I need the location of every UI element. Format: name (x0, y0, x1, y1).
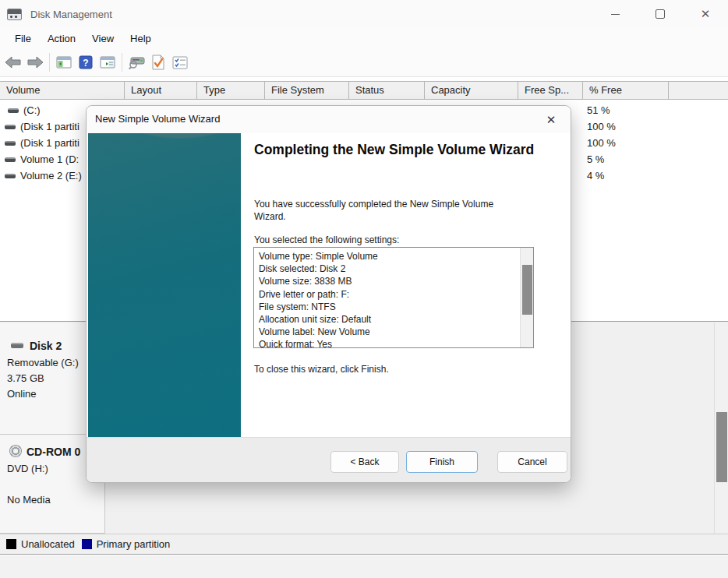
disk-device-icon[interactable] (125, 51, 147, 73)
column-header-free-space[interactable]: Free Sp... (518, 82, 583, 99)
menu-bar: File Action View Help (0, 28, 728, 48)
column-header-type[interactable]: Type (197, 82, 265, 99)
settings-scrollbar-thumb[interactable] (522, 265, 532, 315)
volume-name: Volume 1 (D: (20, 153, 79, 165)
legend-label: Unallocated (21, 538, 75, 550)
primary-partition-swatch (82, 539, 92, 549)
vertical-scrollbar[interactable] (714, 322, 728, 534)
cdrom-type: DVD (H:) (7, 463, 48, 474)
wizard-settings-label: You selected the following settings: (254, 234, 527, 246)
setting-item: Volume type: Simple Volume (259, 250, 518, 263)
volume-icon (5, 157, 16, 162)
finish-button[interactable]: Finish (406, 451, 478, 473)
column-header-pct-free[interactable]: % Free (583, 82, 669, 99)
volume-name: Volume 2 (E:) (20, 170, 82, 182)
toolbar-separator (122, 53, 122, 72)
menu-action[interactable]: Action (40, 30, 83, 47)
wizard-finish-note: To close this wizard, click Finish. (254, 364, 389, 375)
volume-pct-free: 100 % (587, 121, 616, 132)
volume-name: (Disk 1 partiti (20, 121, 80, 132)
volume-name: (Disk 1 partiti (20, 137, 80, 149)
dialog-title-bar: New Simple Volume Wizard ✕ (87, 106, 571, 133)
show-console-tree-icon[interactable] (53, 51, 75, 73)
cd-rom-icon (9, 445, 22, 457)
setting-item: Volume size: 3838 MB (259, 275, 518, 287)
settings-scrollbar[interactable] (520, 248, 533, 347)
disk-management-window: Disk Management ✕ File Action View Help … (0, 0, 728, 578)
minimize-icon[interactable] (592, 0, 638, 28)
volume-icon (5, 125, 16, 129)
volume-icon (8, 108, 19, 113)
toolbar-separator (49, 53, 50, 72)
disk-type: Removable (G:) (7, 357, 79, 368)
window-title: Disk Management (30, 9, 112, 20)
check-document-icon[interactable] (147, 51, 169, 73)
legend-bar: Unallocated Primary partition (0, 534, 728, 555)
volume-pct-free: 5 % (587, 153, 604, 165)
volume-pct-free: 51 % (587, 104, 610, 116)
setting-item: Disk selected: Disk 2 (259, 263, 518, 275)
back-icon[interactable] (2, 51, 24, 73)
show-action-pane-icon[interactable] (97, 51, 118, 73)
status-bar (0, 555, 728, 578)
forward-icon[interactable] (24, 51, 46, 73)
checklist-icon[interactable] (169, 51, 191, 73)
column-header-file-system[interactable]: File System (265, 82, 349, 99)
setting-item: File system: NTFS (259, 301, 518, 313)
disk-status: Online (7, 388, 37, 400)
settings-summary-box[interactable]: Volume type: Simple Volume Disk selected… (253, 247, 534, 348)
column-header-volume[interactable]: Volume (0, 82, 125, 99)
column-header-layout[interactable]: Layout (125, 82, 197, 99)
setting-item: Drive letter or path: F: (259, 288, 518, 301)
window-controls: ✕ (592, 0, 728, 28)
wizard-banner-image (88, 133, 241, 439)
cdrom-media-status: No Media (7, 494, 51, 506)
volume-pct-free: 100 % (587, 137, 616, 149)
dialog-close-icon[interactable]: ✕ (541, 110, 561, 130)
column-header-status[interactable]: Status (349, 82, 425, 99)
column-header-capacity[interactable]: Capacity (425, 82, 518, 99)
new-simple-volume-wizard-dialog: New Simple Volume Wizard ✕ Completing th… (86, 105, 571, 483)
svg-text:?: ? (83, 58, 88, 69)
wizard-heading: Completing the New Simple Volume Wizard (254, 140, 544, 159)
menu-view[interactable]: View (84, 30, 122, 47)
close-icon[interactable]: ✕ (683, 0, 728, 28)
toolbar: ? (0, 48, 728, 77)
setting-item: Volume label: New Volume (259, 326, 518, 338)
dialog-footer: < Back Finish Cancel (87, 437, 571, 482)
volume-icon (5, 174, 16, 178)
setting-item: Allocation unit size: Default (259, 313, 518, 326)
maximize-icon[interactable] (638, 0, 683, 28)
disk-icon (11, 343, 23, 348)
volume-name: (C:) (23, 104, 41, 116)
wizard-body-text: You have successfully completed the New … (254, 198, 527, 223)
volume-pct-free: 4 % (587, 170, 604, 182)
disk-name: Disk 2 (30, 340, 62, 352)
menu-file[interactable]: File (7, 30, 39, 47)
scrollbar-thumb[interactable] (716, 412, 727, 482)
back-button[interactable]: < Back (330, 451, 399, 473)
title-bar: Disk Management ✕ (0, 0, 728, 28)
volume-icon (5, 141, 16, 146)
menu-help[interactable]: Help (122, 30, 159, 47)
app-icon (7, 9, 22, 20)
setting-item: Quick format: Yes (259, 338, 518, 348)
settings-list: Volume type: Simple Volume Disk selected… (259, 250, 518, 348)
dialog-title: New Simple Volume Wizard (95, 113, 220, 125)
cancel-button[interactable]: Cancel (497, 451, 567, 473)
disk-size: 3.75 GB (7, 372, 44, 384)
cdrom-name: CD-ROM 0 (27, 446, 80, 458)
unallocated-swatch (6, 539, 16, 549)
legend-label: Primary partition (97, 538, 171, 550)
volume-list-header: Volume Layout Type File System Status Ca… (0, 81, 728, 100)
help-icon[interactable]: ? (75, 51, 97, 73)
